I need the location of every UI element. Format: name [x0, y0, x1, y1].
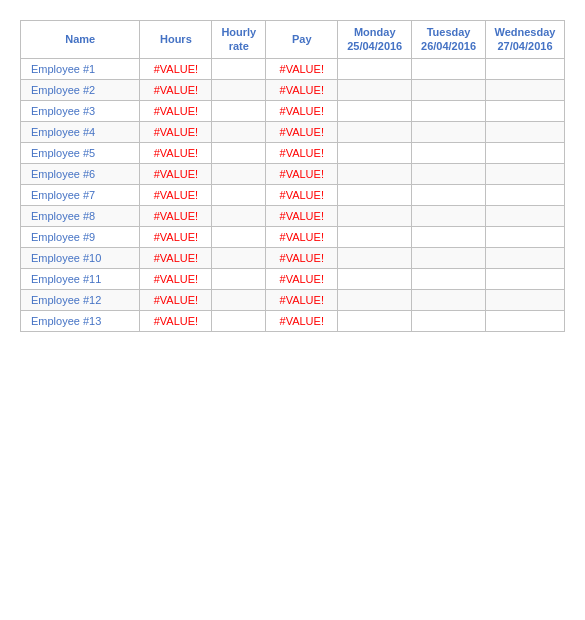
table-row: Employee #7#VALUE!#VALUE! — [21, 184, 565, 205]
pay-value: #VALUE! — [266, 121, 338, 142]
wednesday-value — [485, 100, 564, 121]
pay-value: #VALUE! — [266, 226, 338, 247]
monday-value — [338, 58, 412, 79]
tuesday-value — [412, 268, 486, 289]
pay-value: #VALUE! — [266, 163, 338, 184]
table-row: Employee #3#VALUE!#VALUE! — [21, 100, 565, 121]
hours-value: #VALUE! — [140, 121, 212, 142]
hourly-rate-value — [212, 310, 266, 331]
wednesday-value — [485, 226, 564, 247]
wednesday-value — [485, 268, 564, 289]
pay-value: #VALUE! — [266, 184, 338, 205]
wednesday-value — [485, 289, 564, 310]
monday-value — [338, 289, 412, 310]
employee-name: Employee #11 — [21, 268, 140, 289]
spreadsheet-container: Name Hours Hourly rate Pay Monday 25/04/… — [20, 20, 565, 332]
table-row: Employee #6#VALUE!#VALUE! — [21, 163, 565, 184]
tuesday-value — [412, 184, 486, 205]
hours-value: #VALUE! — [140, 100, 212, 121]
tuesday-value — [412, 247, 486, 268]
tuesday-value — [412, 121, 486, 142]
col-header-wednesday: Wednesday 27/04/2016 — [485, 21, 564, 59]
hours-value: #VALUE! — [140, 79, 212, 100]
employee-name: Employee #13 — [21, 310, 140, 331]
monday-value — [338, 142, 412, 163]
employee-name: Employee #12 — [21, 289, 140, 310]
hours-value: #VALUE! — [140, 289, 212, 310]
table-row: Employee #9#VALUE!#VALUE! — [21, 226, 565, 247]
employee-name: Employee #5 — [21, 142, 140, 163]
wednesday-value — [485, 163, 564, 184]
table-row: Employee #2#VALUE!#VALUE! — [21, 79, 565, 100]
employee-name: Employee #9 — [21, 226, 140, 247]
tuesday-value — [412, 205, 486, 226]
hours-value: #VALUE! — [140, 142, 212, 163]
pay-value: #VALUE! — [266, 142, 338, 163]
pay-value: #VALUE! — [266, 268, 338, 289]
tuesday-value — [412, 100, 486, 121]
monday-value — [338, 184, 412, 205]
hourly-rate-value — [212, 100, 266, 121]
table-header-row: Name Hours Hourly rate Pay Monday 25/04/… — [21, 21, 565, 59]
employee-name: Employee #3 — [21, 100, 140, 121]
col-header-tuesday: Tuesday 26/04/2016 — [412, 21, 486, 59]
wednesday-value — [485, 184, 564, 205]
wednesday-value — [485, 247, 564, 268]
tuesday-value — [412, 142, 486, 163]
monday-value — [338, 247, 412, 268]
col-header-hours: Hours — [140, 21, 212, 59]
hourly-rate-value — [212, 268, 266, 289]
monday-value — [338, 310, 412, 331]
table-row: Employee #13#VALUE!#VALUE! — [21, 310, 565, 331]
employee-name: Employee #10 — [21, 247, 140, 268]
table-row: Employee #5#VALUE!#VALUE! — [21, 142, 565, 163]
monday-value — [338, 121, 412, 142]
pay-value: #VALUE! — [266, 79, 338, 100]
pay-value: #VALUE! — [266, 310, 338, 331]
employee-name: Employee #7 — [21, 184, 140, 205]
table-row: Employee #1#VALUE!#VALUE! — [21, 58, 565, 79]
wednesday-value — [485, 205, 564, 226]
hourly-rate-value — [212, 142, 266, 163]
monday-value — [338, 163, 412, 184]
hours-value: #VALUE! — [140, 163, 212, 184]
table-row: Employee #4#VALUE!#VALUE! — [21, 121, 565, 142]
employee-name: Employee #2 — [21, 79, 140, 100]
hourly-rate-value — [212, 163, 266, 184]
wednesday-value — [485, 142, 564, 163]
hours-value: #VALUE! — [140, 226, 212, 247]
pay-value: #VALUE! — [266, 289, 338, 310]
hourly-rate-value — [212, 205, 266, 226]
pay-value: #VALUE! — [266, 58, 338, 79]
hours-value: #VALUE! — [140, 247, 212, 268]
employee-name: Employee #8 — [21, 205, 140, 226]
hours-value: #VALUE! — [140, 268, 212, 289]
wednesday-value — [485, 58, 564, 79]
wednesday-value — [485, 310, 564, 331]
pay-value: #VALUE! — [266, 205, 338, 226]
hours-value: #VALUE! — [140, 184, 212, 205]
pay-value: #VALUE! — [266, 247, 338, 268]
table-row: Employee #8#VALUE!#VALUE! — [21, 205, 565, 226]
table-row: Employee #12#VALUE!#VALUE! — [21, 289, 565, 310]
tuesday-value — [412, 310, 486, 331]
employee-name: Employee #6 — [21, 163, 140, 184]
monday-value — [338, 268, 412, 289]
pay-value: #VALUE! — [266, 100, 338, 121]
hours-value: #VALUE! — [140, 205, 212, 226]
tuesday-value — [412, 226, 486, 247]
monday-value — [338, 226, 412, 247]
tuesday-value — [412, 58, 486, 79]
col-header-monday: Monday 25/04/2016 — [338, 21, 412, 59]
hourly-rate-value — [212, 121, 266, 142]
wednesday-value — [485, 121, 564, 142]
hours-value: #VALUE! — [140, 58, 212, 79]
employee-name: Employee #1 — [21, 58, 140, 79]
hourly-rate-value — [212, 226, 266, 247]
hourly-rate-value — [212, 247, 266, 268]
tuesday-value — [412, 163, 486, 184]
tuesday-value — [412, 79, 486, 100]
col-header-pay: Pay — [266, 21, 338, 59]
col-header-name: Name — [21, 21, 140, 59]
monday-value — [338, 100, 412, 121]
